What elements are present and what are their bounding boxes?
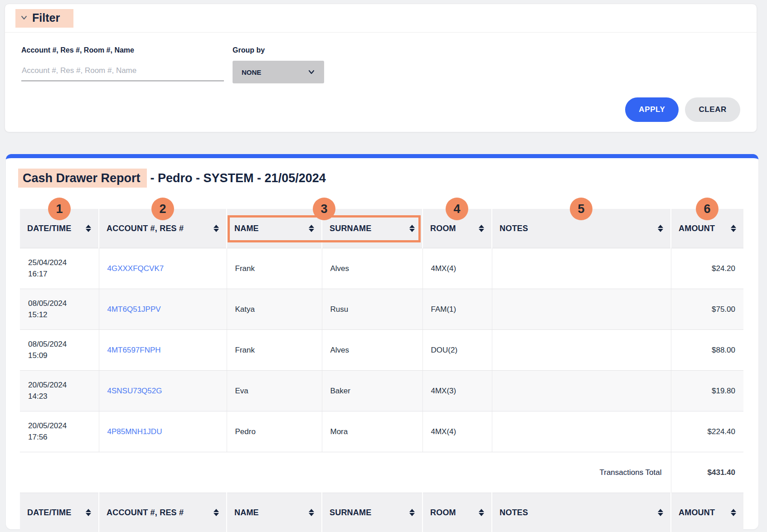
filter-body: Account #, Res #, Room #, Name Group by … xyxy=(5,33,757,83)
row-date: 20/05/2024 xyxy=(28,380,91,391)
column-header-amount[interactable]: AMOUNT xyxy=(671,493,743,532)
name-cell: Pedro xyxy=(227,411,322,452)
sort-icon[interactable] xyxy=(731,509,736,516)
sort-icon[interactable] xyxy=(731,225,736,232)
transactions-total-amount: $431.40 xyxy=(671,452,743,493)
datetime-cell: 08/05/202415:09 xyxy=(20,330,99,371)
filter-actions: APPLY CLEAR xyxy=(625,97,740,122)
step-marker-4: 4 xyxy=(446,198,468,220)
surname-cell: Baker xyxy=(322,371,422,411)
account-link[interactable]: 4MT6Q51JPPV xyxy=(107,305,161,314)
sort-icon[interactable] xyxy=(479,225,484,232)
notes-cell xyxy=(492,289,671,330)
step-marker-3: 3 xyxy=(313,198,335,220)
notes-cell xyxy=(492,330,671,371)
table-row: 20/05/202417:56 4P85MNH1JDU Pedro Mora 4… xyxy=(20,411,743,452)
datetime-cell: 20/05/202414:23 xyxy=(20,371,99,411)
surname-cell: Alves xyxy=(322,330,422,371)
room-cell: FAM(1) xyxy=(422,289,492,330)
column-header-name[interactable]: NAME xyxy=(227,209,322,248)
report-table-wrap: 1 2 3 4 5 6 DATE/TIME ACCOUNT #, RES # N… xyxy=(20,209,743,532)
room-cell: 4MX(4) xyxy=(422,248,492,289)
chevron-down-icon xyxy=(20,14,28,22)
row-time: 15:12 xyxy=(28,310,91,321)
filter-panel: Filter Account #, Res #, Room #, Name Gr… xyxy=(5,4,757,132)
surname-cell: Mora xyxy=(322,411,422,452)
sort-icon[interactable] xyxy=(658,225,663,232)
room-cell: 4MX(3) xyxy=(422,371,492,411)
table-row: 25/04/202416:17 4GXXXFQCVK7 Frank Alves … xyxy=(20,248,743,289)
sort-icon[interactable] xyxy=(409,509,415,516)
surname-cell: Rusu xyxy=(322,289,422,330)
column-header-notes[interactable]: NOTES xyxy=(492,493,671,532)
column-header-surname[interactable]: SURNAME xyxy=(322,493,422,532)
row-date: 08/05/2024 xyxy=(28,298,91,310)
sort-icon[interactable] xyxy=(658,509,663,516)
table-row: 08/05/202415:09 4MT6597FNPH Frank Alves … xyxy=(20,330,743,371)
sort-icon[interactable] xyxy=(86,225,91,232)
column-header-datetime[interactable]: DATE/TIME xyxy=(20,493,99,532)
step-marker-2: 2 xyxy=(151,198,174,220)
row-time: 16:17 xyxy=(28,269,91,280)
row-time: 17:56 xyxy=(28,432,91,443)
footer-header-row: DATE/TIME ACCOUNT #, RES # NAME SURNAME … xyxy=(20,493,743,532)
room-cell: 4MX(4) xyxy=(422,411,492,452)
table-row: 20/05/202414:23 4SNSU73Q52G Eva Baker 4M… xyxy=(20,371,743,411)
clear-button[interactable]: CLEAR xyxy=(685,97,740,122)
row-time: 14:23 xyxy=(28,391,91,402)
page-title: Cash Drawer Report- Pedro - SYSTEM - 21/… xyxy=(18,168,758,188)
search-label: Account #, Res #, Room #, Name xyxy=(21,46,224,54)
account-link[interactable]: 4SNSU73Q52G xyxy=(107,387,162,395)
column-header-account[interactable]: ACCOUNT #, RES # xyxy=(99,493,227,532)
filter-title: Filter xyxy=(32,12,60,24)
column-header-surname[interactable]: SURNAME xyxy=(322,209,422,248)
sort-icon[interactable] xyxy=(309,225,314,232)
account-link[interactable]: 4P85MNH1JDU xyxy=(107,427,162,436)
notes-cell xyxy=(492,411,671,452)
name-cell: Katya xyxy=(227,289,322,330)
datetime-cell: 08/05/202415:12 xyxy=(20,289,99,330)
column-header-name[interactable]: NAME xyxy=(227,493,322,532)
step-marker-1: 1 xyxy=(48,198,71,220)
row-date: 20/05/2024 xyxy=(28,421,91,432)
page-title-highlight: Cash Drawer Report xyxy=(18,169,147,188)
amount-cell: $75.00 xyxy=(671,289,743,330)
sort-icon[interactable] xyxy=(409,225,415,232)
page-title-rest: - Pedro - SYSTEM - 21/05/2024 xyxy=(150,171,326,185)
group-by-value: NONE xyxy=(242,68,261,76)
filter-title-highlight[interactable]: Filter xyxy=(15,9,73,28)
amount-cell: $24.20 xyxy=(671,248,743,289)
account-link[interactable]: 4GXXXFQCVK7 xyxy=(107,264,164,273)
report-panel: Cash Drawer Report- Pedro - SYSTEM - 21/… xyxy=(6,154,758,529)
amount-cell: $19.80 xyxy=(671,371,743,411)
step-marker-6: 6 xyxy=(696,198,718,220)
sort-icon[interactable] xyxy=(86,509,91,516)
chevron-down-icon xyxy=(308,68,315,76)
step-marker-5: 5 xyxy=(570,198,592,220)
name-cell: Frank xyxy=(227,330,322,371)
apply-button[interactable]: APPLY xyxy=(625,97,679,122)
row-time: 15:09 xyxy=(28,350,91,362)
search-field: Account #, Res #, Room #, Name xyxy=(21,46,224,83)
group-by-select[interactable]: NONE xyxy=(233,61,324,83)
datetime-cell: 25/04/202416:17 xyxy=(20,248,99,289)
amount-cell: $224.40 xyxy=(671,411,743,452)
notes-cell xyxy=(492,248,671,289)
transactions-total-label: Transactions Total xyxy=(20,452,671,493)
sort-icon[interactable] xyxy=(309,509,314,516)
sort-icon[interactable] xyxy=(214,225,219,232)
cash-drawer-table: DATE/TIME ACCOUNT #, RES # NAME SURNAME … xyxy=(20,209,743,532)
search-input[interactable] xyxy=(21,63,224,81)
sort-icon[interactable] xyxy=(479,509,484,516)
room-cell: DOU(2) xyxy=(422,330,492,371)
name-cell: Eva xyxy=(227,371,322,411)
datetime-cell: 20/05/202417:56 xyxy=(20,411,99,452)
notes-cell xyxy=(492,371,671,411)
column-header-room[interactable]: ROOM xyxy=(422,493,492,532)
total-row: Transactions Total $431.40 xyxy=(20,452,743,493)
sort-icon[interactable] xyxy=(214,509,219,516)
table-row: 08/05/202415:12 4MT6Q51JPPV Katya Rusu F… xyxy=(20,289,743,330)
amount-cell: $88.00 xyxy=(671,330,743,371)
group-by-field: Group by NONE xyxy=(233,46,324,83)
account-link[interactable]: 4MT6597FNPH xyxy=(107,346,161,354)
